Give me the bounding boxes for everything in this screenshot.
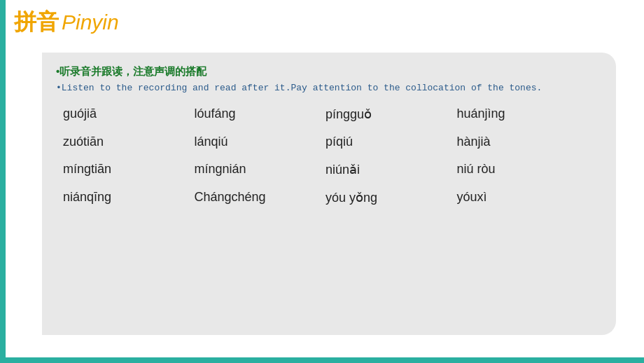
header: 拼音 Pinyin [14,7,119,38]
content-box: •听录音并跟读，注意声调的搭配 •Listen to the recording… [42,53,616,335]
pinyin-cell: guójiā [63,107,195,122]
pinyin-cell: yóu yǒng [326,190,457,205]
pinyin-cell: niúnǎi [326,162,457,177]
pinyin-cell: niú ròu [457,162,589,177]
pinyin-cell: míngnián [195,162,326,177]
instruction-line1: •听录音并跟读，注意声调的搭配 [56,65,595,78]
bottom-border [0,357,644,363]
pinyin-cell: píqiú [326,135,457,149]
pinyin-cell: míngtiān [63,162,195,177]
pinyin-cell: yóuxì [457,190,589,205]
pinyin-cell: Chángchéng [195,190,326,205]
pinyin-cell: huánjìng [457,107,589,122]
left-border [0,0,6,363]
pinyin-grid: guójiālóufángpíngguǒhuánjìngzuótiānlánqi… [56,107,595,205]
title-chinese: 拼音 [14,7,59,38]
pinyin-cell: niánqīng [63,190,195,205]
pinyin-cell: lánqiú [195,135,326,149]
pinyin-cell: píngguǒ [326,107,457,122]
instruction-line2: •Listen to the recording and read after … [56,81,595,95]
pinyin-cell: zuótiān [63,135,195,149]
pinyin-cell: hànjià [457,135,589,149]
title-italic: Pinyin [62,11,119,34]
pinyin-cell: lóufáng [195,107,326,122]
